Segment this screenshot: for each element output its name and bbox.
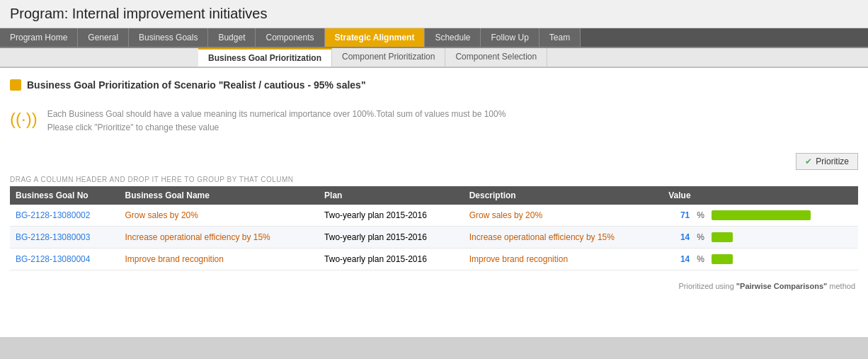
value-bar xyxy=(712,232,733,242)
bg-no-link[interactable]: BG-2128-13080003 xyxy=(16,232,90,242)
top-nav-tab-team[interactable]: Team xyxy=(539,28,581,47)
info-line1: Each Business Goal should have a value m… xyxy=(47,108,506,121)
section-title-row: Business Goal Prioritization of Scenario… xyxy=(10,79,858,91)
top-nav-tab-schedule[interactable]: Schedule xyxy=(425,28,481,47)
bg-name-link[interactable]: Grow sales by 20% xyxy=(125,210,198,220)
col-header-bg-name: Business Goal Name xyxy=(120,186,319,205)
bg-no-link[interactable]: BG-2128-13080002 xyxy=(16,210,90,220)
bg-name-cell: Increase operational efficiency by 15% xyxy=(120,227,319,249)
main-content: Business Goal Prioritization of Scenario… xyxy=(0,68,868,337)
sub-nav-tab-component-prioritization[interactable]: Component Prioritization xyxy=(332,48,445,67)
sub-nav-tab-component-selection[interactable]: Component Selection xyxy=(445,48,547,67)
prioritize-button[interactable]: ✔ Prioritize xyxy=(796,153,858,170)
table-row: BG-2128-13080003Increase operational eff… xyxy=(10,227,858,249)
prioritize-label: Prioritize xyxy=(816,156,849,166)
bg-name-link[interactable]: Increase operational efficiency by 15% xyxy=(125,232,270,242)
top-nav-tab-budget[interactable]: Budget xyxy=(208,28,256,47)
section-title-icon xyxy=(10,79,21,91)
value-bar xyxy=(712,210,811,220)
page-wrapper: Program: Internal improvement initiative… xyxy=(0,0,868,358)
value-number: 14 xyxy=(668,232,690,242)
footer-note-method: "Pairwise Comparisons" xyxy=(736,282,827,290)
top-nav-tab-general[interactable]: General xyxy=(78,28,129,47)
table-header-row: Business Goal NoBusiness Goal NamePlanDe… xyxy=(10,186,858,205)
info-text: Each Business Goal should have a value m… xyxy=(47,108,506,135)
description-link[interactable]: Grow sales by 20% xyxy=(469,210,542,220)
col-header-plan: Plan xyxy=(319,186,464,205)
radio-wave-icon: ((·)) xyxy=(10,109,38,129)
plan-cell: Two-yearly plan 2015-2016 xyxy=(319,227,464,249)
bottom-bar xyxy=(0,337,868,358)
bg-no-link[interactable]: BG-2128-13080004 xyxy=(16,254,90,264)
description-link[interactable]: Increase operational efficiency by 15% xyxy=(469,232,615,242)
top-nav-tab-components[interactable]: Components xyxy=(256,28,324,47)
value-number: 14 xyxy=(668,254,690,264)
data-table: Business Goal NoBusiness Goal NamePlanDe… xyxy=(10,186,858,270)
section-title-text: Business Goal Prioritization of Scenario… xyxy=(27,79,366,91)
top-nav: Program HomeGeneralBusiness GoalsBudgetC… xyxy=(0,28,868,48)
bg-name-cell: Improve brand recognition xyxy=(120,249,319,270)
bar-container xyxy=(712,232,852,242)
value-number: 71 xyxy=(668,210,690,220)
bg-no-cell: BG-2128-13080004 xyxy=(10,249,120,270)
value-pct: % xyxy=(697,210,704,220)
value-pct: % xyxy=(697,254,704,264)
page-title: Program: Internal improvement initiative… xyxy=(0,0,868,28)
top-nav-tab-strategic-alignment[interactable]: Strategic Alignment xyxy=(325,28,426,47)
sub-nav: Business Goal PrioritizationComponent Pr… xyxy=(0,48,868,68)
description-cell: Improve brand recognition xyxy=(464,249,663,270)
sub-nav-tab-business-goal-prioritization[interactable]: Business Goal Prioritization xyxy=(198,48,332,67)
table-row: BG-2128-13080002Grow sales by 20%Two-yea… xyxy=(10,205,858,227)
top-nav-tab-business-goals[interactable]: Business Goals xyxy=(129,28,208,47)
value-bar xyxy=(712,254,733,264)
bar-container xyxy=(712,254,852,264)
footer-note-suffix: method xyxy=(827,282,855,290)
prioritize-row: ✔ Prioritize xyxy=(10,153,858,170)
value-cell: 14% xyxy=(663,249,858,270)
plan-cell: Two-yearly plan 2015-2016 xyxy=(319,205,464,227)
col-header-value: Value xyxy=(663,186,858,205)
check-icon: ✔ xyxy=(805,156,812,166)
bg-no-cell: BG-2128-13080002 xyxy=(10,205,120,227)
description-cell: Increase operational efficiency by 15% xyxy=(464,227,663,249)
value-cell: 14% xyxy=(663,227,858,249)
drag-hint: DRAG A COLUMN HEADER AND DROP IT HERE TO… xyxy=(10,176,858,183)
bar-container xyxy=(712,210,852,220)
table-body: BG-2128-13080002Grow sales by 20%Two-yea… xyxy=(10,205,858,270)
col-header-description: Description xyxy=(464,186,663,205)
table-row: BG-2128-13080004Improve brand recognitio… xyxy=(10,249,858,270)
value-pct: % xyxy=(697,232,704,242)
info-line2: Please click "Prioritize" to change thes… xyxy=(47,121,506,135)
bg-name-cell: Grow sales by 20% xyxy=(120,205,319,227)
description-cell: Grow sales by 20% xyxy=(464,205,663,227)
top-nav-tab-program-home[interactable]: Program Home xyxy=(0,28,78,47)
bg-no-cell: BG-2128-13080003 xyxy=(10,227,120,249)
footer-note: Prioritized using "Pairwise Comparisons"… xyxy=(10,282,858,290)
value-cell: 71% xyxy=(663,205,858,227)
top-nav-tab-follow-up[interactable]: Follow Up xyxy=(481,28,539,47)
plan-cell: Two-yearly plan 2015-2016 xyxy=(319,249,464,270)
description-link[interactable]: Improve brand recognition xyxy=(469,254,568,264)
bg-name-link[interactable]: Improve brand recognition xyxy=(125,254,224,264)
footer-note-prefix: Prioritized using xyxy=(679,282,736,290)
col-header-bg-no: Business Goal No xyxy=(10,186,120,205)
info-box: ((·)) Each Business Goal should have a v… xyxy=(10,101,858,142)
